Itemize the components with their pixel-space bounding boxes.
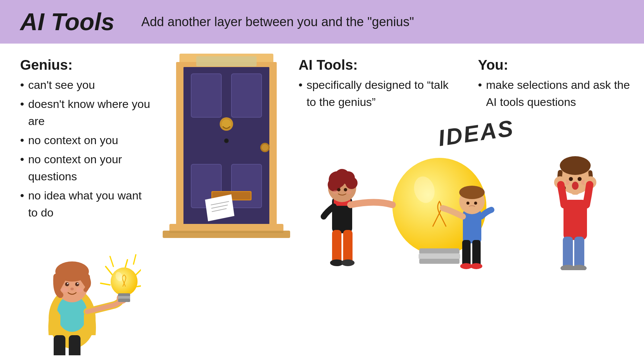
list-item: doesn't know where you are xyxy=(20,96,151,130)
svg-point-80 xyxy=(333,190,338,194)
svg-rect-34 xyxy=(269,67,277,225)
right-top-row: AI Tools: specifically designed to “talk… xyxy=(299,57,631,113)
svg-rect-33 xyxy=(176,67,183,225)
ai-tools-bullet-list: specifically designed to “talk to the ge… xyxy=(299,76,451,111)
list-item: no context on your questions xyxy=(20,151,151,185)
svg-rect-32 xyxy=(196,56,257,66)
svg-point-15 xyxy=(76,288,83,292)
svg-rect-58 xyxy=(169,231,283,233)
svg-point-49 xyxy=(262,144,268,151)
svg-rect-63 xyxy=(419,253,460,259)
svg-rect-36 xyxy=(191,74,221,117)
center-column xyxy=(161,44,292,362)
svg-point-95 xyxy=(569,177,573,181)
svg-point-84 xyxy=(459,186,485,199)
svg-point-71 xyxy=(341,259,355,266)
svg-text:IDEAS: IDEAS xyxy=(436,119,516,151)
genius-label: Genius: xyxy=(20,57,151,73)
svg-rect-42 xyxy=(231,164,262,208)
page-subtitle: Add another layer between you and the "g… xyxy=(141,15,414,29)
svg-rect-64 xyxy=(419,259,460,264)
svg-point-79 xyxy=(344,188,347,191)
svg-line-21 xyxy=(101,283,110,285)
svg-point-86 xyxy=(474,202,477,205)
list-item: specifically designed to “talk to the ge… xyxy=(299,76,451,111)
svg-point-47 xyxy=(225,139,228,142)
ideas-svg: IDEAS xyxy=(299,119,634,270)
svg-point-85 xyxy=(467,202,470,205)
svg-rect-69 xyxy=(343,230,353,263)
svg-line-22 xyxy=(110,256,113,266)
svg-point-9 xyxy=(65,282,69,286)
you-section: You: make selections and ask the AI tool… xyxy=(471,57,631,113)
svg-rect-82 xyxy=(463,210,481,243)
you-label: You: xyxy=(478,57,631,73)
svg-point-25 xyxy=(111,267,138,296)
svg-point-10 xyxy=(75,282,79,286)
main-content: Genius: can't see you doesn't know where… xyxy=(0,44,644,362)
right-section: AI Tools: specifically designed to “talk… xyxy=(292,44,644,362)
svg-rect-38 xyxy=(231,74,262,117)
ideas-illustration: IDEAS xyxy=(299,119,631,270)
svg-line-19 xyxy=(137,285,141,287)
svg-rect-2 xyxy=(69,335,80,355)
door-svg xyxy=(163,44,290,272)
svg-point-105 xyxy=(572,265,587,270)
page-header: AI Tools Add another layer between you a… xyxy=(0,0,644,44)
you-bullet-list: make selections and ask the AI tools que… xyxy=(478,76,631,111)
svg-rect-87 xyxy=(462,240,471,267)
svg-point-76 xyxy=(345,177,358,189)
svg-point-11 xyxy=(67,283,68,284)
svg-rect-88 xyxy=(472,240,481,267)
svg-rect-1 xyxy=(54,335,65,355)
genius-bullet-list: can't see you doesn't know where you are… xyxy=(20,76,151,221)
person-illustration xyxy=(20,228,141,355)
genius-section: Genius: can't see you doesn't know where… xyxy=(0,44,161,362)
svg-point-81 xyxy=(346,190,352,194)
svg-rect-68 xyxy=(332,230,341,263)
list-item: no idea what you want to do xyxy=(20,187,151,221)
svg-point-14 xyxy=(61,288,68,292)
svg-point-90 xyxy=(470,263,482,269)
svg-rect-102 xyxy=(563,237,573,268)
svg-point-13 xyxy=(70,288,74,290)
list-item: no context on you xyxy=(20,132,151,149)
svg-point-78 xyxy=(337,188,340,191)
svg-point-97 xyxy=(572,182,579,190)
person-svg xyxy=(20,228,141,355)
svg-line-20 xyxy=(106,266,112,275)
svg-rect-56 xyxy=(169,224,283,231)
svg-line-23 xyxy=(133,255,136,264)
list-item: make selections and ask the AI tools que… xyxy=(478,76,631,111)
svg-point-96 xyxy=(578,177,582,181)
svg-rect-103 xyxy=(574,237,584,268)
svg-point-94 xyxy=(560,156,591,175)
page-title: AI Tools xyxy=(20,8,114,36)
svg-rect-28 xyxy=(118,299,130,302)
ai-tools-section: AI Tools: specifically designed to “talk… xyxy=(299,57,451,113)
svg-point-12 xyxy=(77,283,78,284)
ai-tools-label: AI Tools: xyxy=(299,57,451,73)
list-item: can't see you xyxy=(20,76,151,94)
